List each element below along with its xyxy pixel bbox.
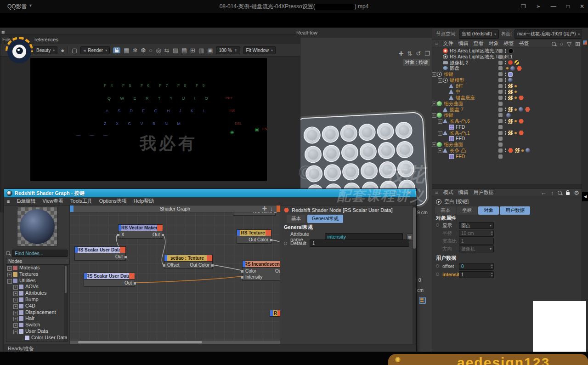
default-input[interactable]: 1 <box>310 240 409 247</box>
inspector-scrollbar[interactable] <box>413 205 416 344</box>
menu-item[interactable]: 编辑 <box>458 40 468 47</box>
aspect-field[interactable]: 1 <box>459 238 494 245</box>
object-row[interactable]: −键模型 <box>432 77 581 83</box>
checker-tag-icon[interactable] <box>508 96 513 100</box>
layer-color-icon[interactable] <box>583 40 587 45</box>
check-tag-icon[interactable] <box>498 61 503 65</box>
yellow-tag-icon[interactable] <box>514 60 519 65</box>
collapse-panel-arrow-icon[interactable]: ◀ <box>582 192 588 201</box>
object-label[interactable]: 长条-凸.6 <box>450 118 470 124</box>
object-row[interactable]: RS Area Light区域光.2 <box>432 48 581 54</box>
expander-icon[interactable]: − <box>13 330 18 334</box>
check-tag-icon[interactable] <box>498 154 503 159</box>
menu-item[interactable]: 模式 <box>443 189 453 196</box>
display-dropdown[interactable]: 圆点▾ <box>459 222 494 229</box>
back-arrow-icon[interactable]: ← <box>541 190 547 196</box>
xp-tag-icon[interactable] <box>508 72 513 77</box>
anim-dot-icon[interactable] <box>436 223 439 227</box>
object-label[interactable]: 键盘底座 <box>456 95 475 101</box>
sphere-tag-icon[interactable] <box>508 78 513 82</box>
expander-icon[interactable]: + <box>13 304 18 309</box>
object-label[interactable]: 8灯 <box>456 83 463 89</box>
graph-node[interactable]: R <box>270 310 280 317</box>
menu-icon[interactable]: ≡ <box>435 190 438 195</box>
object-label[interactable]: 摄像机.2 <box>450 60 468 66</box>
node-header[interactable]: RS Texture <box>237 229 271 236</box>
image-icon[interactable]: ▤ <box>181 47 187 53</box>
menu-item[interactable]: 查看 <box>473 40 483 47</box>
dots-tag-icon[interactable] <box>504 90 506 94</box>
hexi-tag-icon[interactable] <box>519 131 524 135</box>
hexi-tag-icon[interactable] <box>517 66 522 71</box>
node-tree-item[interactable]: +Displacement <box>6 309 67 316</box>
object-label[interactable]: 圆盘.7 <box>450 107 464 113</box>
snowflake-icon[interactable]: ❄ <box>132 47 137 53</box>
node-tree-item[interactable]: +Switch <box>6 322 67 328</box>
input-port[interactable]: Offset <box>167 262 180 268</box>
check-tag-icon[interactable] <box>498 78 503 82</box>
expander-icon[interactable]: + <box>13 285 18 290</box>
menu-item[interactable]: Edit编辑 <box>17 198 35 205</box>
dots-tag-icon[interactable] <box>504 107 506 112</box>
node-tree-item[interactable]: +C4D <box>6 303 67 309</box>
checker-tag-icon[interactable] <box>508 119 513 124</box>
check-tag-icon[interactable] <box>498 84 503 88</box>
node-space-dropdown[interactable]: 当前 (Redshift)▾ <box>459 29 499 39</box>
menu-item[interactable]: 用户数据 <box>473 189 493 196</box>
odot-tag-icon[interactable] <box>514 120 517 122</box>
odot-tag-icon[interactable] <box>514 132 517 134</box>
object-row[interactable]: 键盘底座 <box>432 95 581 101</box>
dots-tag-icon[interactable] <box>504 49 506 53</box>
node-tree-item[interactable]: Color User Data <box>6 335 67 341</box>
expander-icon[interactable]: − <box>438 148 442 153</box>
material-preview[interactable] <box>17 207 57 246</box>
render-nav-dropdown[interactable]: ◂Render▾ <box>80 46 110 54</box>
dots-tag-icon[interactable] <box>504 148 506 153</box>
object-row[interactable]: −长条-凸 <box>432 148 581 154</box>
node-header[interactable]: RS Scalar User Data <box>84 273 135 279</box>
check-tag-icon[interactable] <box>498 90 503 94</box>
node-tree-item[interactable]: −User Data <box>6 328 67 335</box>
fit-window-dropdown[interactable]: Fit Window▾ <box>243 46 276 54</box>
filter-icon[interactable]: ▽ <box>567 41 571 47</box>
dots-tag-icon[interactable] <box>504 119 506 124</box>
grid-icon[interactable]: ▦ <box>124 47 129 53</box>
object-row[interactable]: −按键 <box>432 112 581 118</box>
object-label[interactable]: FFD <box>456 124 465 130</box>
tab-userdata[interactable]: 用户数据 <box>500 206 530 215</box>
hexi-tag-icon[interactable] <box>519 96 524 100</box>
red-tag-icon[interactable] <box>508 60 513 65</box>
output-port[interactable]: Out Color <box>249 237 268 242</box>
node-tree-item[interactable]: +Bump <box>6 297 67 303</box>
tab-basic[interactable]: 基本 <box>435 206 456 215</box>
close-icon[interactable]: ✕ <box>580 4 584 9</box>
add-image-icon[interactable]: ⊞ <box>190 47 195 53</box>
sphere-tag-icon[interactable] <box>506 113 511 118</box>
dolly-icon[interactable]: ⇅ <box>407 51 413 57</box>
offset-field[interactable]: 0 <box>459 263 494 270</box>
stepper-icon[interactable]: ▴▾ <box>491 263 493 269</box>
rendered-image-canvas[interactable]: 我必有 F4 F5 F6 F7 F8 F9Q W E R T Y U I OA … <box>30 58 267 181</box>
expander-icon[interactable]: + <box>13 298 18 302</box>
gear-icon[interactable]: ⚙ <box>574 190 579 196</box>
radius-field[interactable]: 10 cm <box>459 230 494 237</box>
minimize-icon[interactable]: — <box>551 4 556 9</box>
output-port[interactable]: Out <box>153 232 160 237</box>
node-tree-item[interactable]: +Attributes <box>6 290 67 297</box>
dots-tag-icon[interactable] <box>504 84 506 88</box>
dots-tag-icon[interactable] <box>504 54 506 59</box>
orientation-dropdown[interactable]: 摄像机▾ <box>459 245 494 252</box>
find-nodes-input[interactable]: Find Nodes... <box>12 250 68 257</box>
graph-node[interactable]: RS Scalar User DataOut <box>84 273 135 287</box>
graph-node[interactable]: setiao : TextureOffsetOut Color <box>164 255 213 269</box>
odot-tag-icon[interactable] <box>514 108 517 111</box>
search-icon[interactable] <box>552 41 556 47</box>
stepper-icon[interactable]: ▴▾ <box>491 230 493 236</box>
object-label[interactable]: 按键 <box>444 71 453 77</box>
expander-icon[interactable]: − <box>432 143 436 147</box>
intensity-field[interactable]: 1 <box>459 271 494 278</box>
node-tree-item[interactable]: −Utilities <box>6 278 67 284</box>
blackdot-tag-icon[interactable] <box>508 48 514 54</box>
object-row[interactable]: −长条-凸.6 <box>432 118 581 124</box>
node-header[interactable]: RS Scalar User Data <box>74 246 126 253</box>
